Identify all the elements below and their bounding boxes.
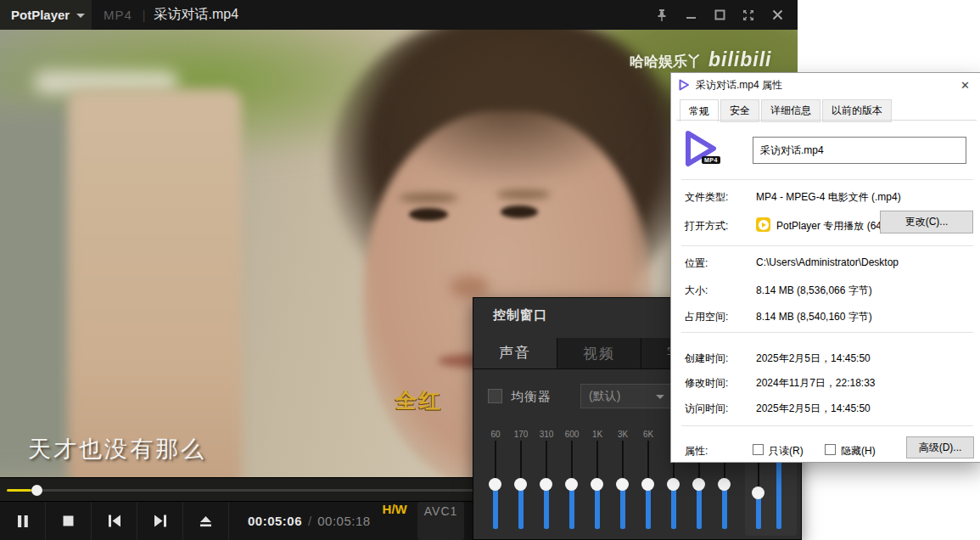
band-label-1k: 1K <box>585 430 610 439</box>
person-eye-left <box>409 208 448 221</box>
potplayer-file-icon-large: MP4 <box>681 129 720 168</box>
equalizer-label: 均衡器 <box>511 389 552 405</box>
eject-button[interactable] <box>183 502 229 540</box>
previous-button[interactable] <box>92 502 137 540</box>
eq-slider-170[interactable] <box>514 441 528 529</box>
dialog-titlebar: 采访对话.mp4 属性 ✕ <box>671 73 980 97</box>
video-codec-badge[interactable]: AVC1 <box>417 502 465 540</box>
current-time: 00:05:06 <box>248 514 302 528</box>
person-eyebrow-left <box>399 193 458 203</box>
eq-slider-6k[interactable] <box>641 441 655 529</box>
eq-slider-310[interactable] <box>540 441 553 529</box>
potplayer-file-icon-small <box>678 79 690 91</box>
hidden-checkbox[interactable] <box>825 444 836 455</box>
format-badge: MP4 <box>104 8 132 22</box>
dropdown-caret-icon <box>656 395 664 399</box>
tab-details[interactable]: 详细信息 <box>761 99 820 122</box>
separator <box>681 425 973 426</box>
readonly-checkbox[interactable] <box>753 444 764 455</box>
next-button[interactable] <box>137 502 183 540</box>
modified-value: 2024年11月7日，22:18:33 <box>756 376 876 391</box>
file-type-value: MP4 - MPEG-4 电影文件 (.mp4) <box>756 190 901 205</box>
size-on-disk-value: 8.14 MB (8,540,160 字节) <box>756 310 872 324</box>
eq-preset-value: (默认) <box>589 389 620 404</box>
tab-security[interactable]: 安全 <box>720 99 759 122</box>
time-separator: / <box>308 514 311 528</box>
band-label-600: 600 <box>559 430 585 439</box>
hidden-label: 隐藏(H) <box>841 444 876 458</box>
separator <box>681 332 973 333</box>
dialog-title: 采访对话.mp4 属性 <box>696 78 782 93</box>
dialog-close-icon[interactable]: ✕ <box>960 79 970 92</box>
created-value: 2025年2月5日，14:45:50 <box>756 352 871 366</box>
filename-input[interactable] <box>753 137 966 164</box>
app-menu-button[interactable]: PotPlayer <box>0 0 92 30</box>
pause-button[interactable] <box>0 502 46 540</box>
time-display: 00:05:06 / 00:05:18 <box>248 502 371 540</box>
seekbar-thumb[interactable] <box>31 485 42 496</box>
eq-slider-600[interactable] <box>565 441 579 529</box>
separator <box>681 245 973 246</box>
band-label-3k: 3K <box>610 430 636 439</box>
eq-preset-dropdown[interactable]: (默认) <box>580 384 672 408</box>
window-controls <box>653 7 798 24</box>
total-time: 00:05:18 <box>317 514 370 528</box>
seekbar-progress <box>7 489 31 492</box>
control-window-title: 控制窗口 <box>493 307 547 323</box>
accessed-label: 访问时间: <box>685 402 728 416</box>
tab-previous-versions[interactable]: 以前的版本 <box>822 99 892 122</box>
person-nose-shadow <box>450 276 489 298</box>
eq-slider-3k[interactable] <box>616 441 630 529</box>
modified-label: 修改时间: <box>685 376 728 391</box>
close-button[interactable] <box>769 7 786 24</box>
location-label: 位置: <box>685 256 708 271</box>
title-divider: | <box>143 8 146 22</box>
eq-slider-60[interactable] <box>489 441 502 529</box>
channel-watermark: 哈哈娱乐丫 bilibili <box>630 48 771 71</box>
change-button[interactable]: 更改(C)... <box>880 211 973 233</box>
readonly-label: 只读(R) <box>769 444 804 458</box>
chevron-down-icon <box>76 14 85 18</box>
equalizer-checkbox[interactable] <box>488 389 502 403</box>
screen: PotPlayer MP4 | 采访对话.mp4 <box>0 0 980 540</box>
watermark-cn-text: 哈哈娱乐丫 <box>630 52 702 71</box>
person-eye-right <box>501 205 538 218</box>
properties-dialog: 采访对话.mp4 属性 ✕ 常规 安全 详细信息 以前的版本 MP4 文件类型:… <box>670 72 980 463</box>
video-foreground-post <box>68 89 242 477</box>
person-bangs <box>373 30 645 183</box>
advanced-button[interactable]: 高级(D)... <box>906 436 974 458</box>
tab-general[interactable]: 常规 <box>680 99 719 122</box>
app-name: PotPlayer <box>11 8 70 22</box>
location-value: C:\Users\Administrator\Desktop <box>756 256 899 268</box>
person-eyebrow-right <box>496 189 551 200</box>
tab-audio[interactable]: 声音 <box>473 338 557 368</box>
size-label: 大小: <box>685 284 708 298</box>
player-titlebar: PotPlayer MP4 | 采访对话.mp4 <box>0 0 798 30</box>
stop-button[interactable] <box>46 502 92 540</box>
size-value: 8.14 MB (8,536,066 字节) <box>756 284 872 298</box>
minimize-button[interactable] <box>682 7 699 24</box>
eq-slider-1k[interactable] <box>591 441 604 529</box>
opens-with-label: 打开方式: <box>685 219 728 233</box>
hw-decoder-badge[interactable]: H/W <box>383 502 407 540</box>
created-label: 创建时间: <box>685 352 728 366</box>
accessed-value: 2025年2月5日，14:45:50 <box>756 402 871 416</box>
size-on-disk-label: 占用空间: <box>685 310 728 324</box>
potplayer-app-icon <box>756 217 770 232</box>
fullscreen-button[interactable] <box>740 7 757 24</box>
bilibili-logo: bilibili <box>708 48 771 71</box>
attributes-label: 属性: <box>685 444 708 458</box>
separator <box>681 179 973 180</box>
opens-with-value: PotPlayer 专用播放 (64 <box>776 219 882 233</box>
tab-divider <box>676 120 977 121</box>
pin-icon[interactable] <box>653 7 670 24</box>
maximize-button[interactable] <box>711 7 728 24</box>
mp4-badge: MP4 <box>702 156 720 164</box>
tab-video[interactable]: 视频 <box>557 338 641 368</box>
band-label-310: 310 <box>534 430 559 439</box>
video-subtitle: 天才也没有那么 <box>28 434 206 464</box>
video-overlay-caption: 全红 <box>395 386 443 414</box>
band-label-60: 60 <box>483 430 508 439</box>
file-title: 采访对话.mp4 <box>154 6 238 24</box>
band-label-170: 170 <box>508 430 534 439</box>
